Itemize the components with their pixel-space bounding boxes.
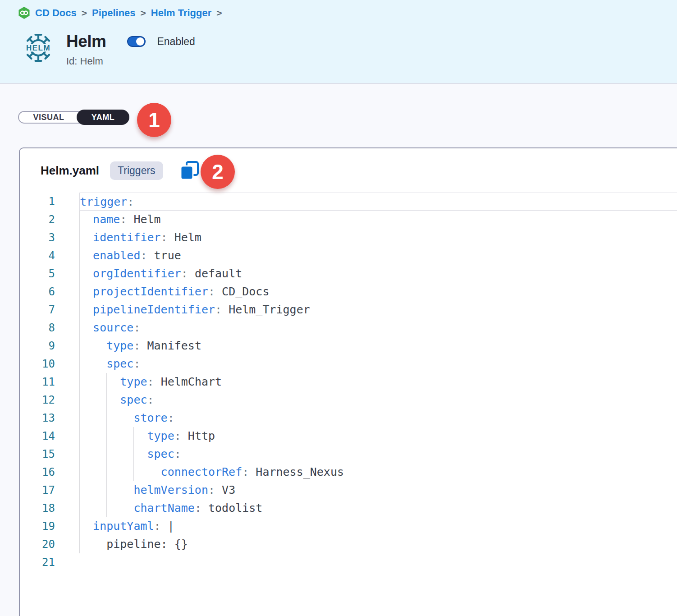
code-line-content[interactable]: [79, 553, 677, 571]
code-line-content[interactable]: connectorRef: Harness_Nexus: [79, 463, 677, 481]
breadcrumb: CD Docs > Pipelines > Helm Trigger >: [18, 0, 677, 19]
breadcrumb-separator: >: [82, 8, 87, 18]
code-line-content[interactable]: name: Helm: [79, 211, 677, 229]
line-number[interactable]: 14: [20, 427, 55, 445]
toggle-label: Enabled: [157, 36, 195, 48]
code-line-content[interactable]: orgIdentifier: default: [79, 265, 677, 283]
code-line[interactable]: 1 trigger:: [20, 193, 677, 211]
code-line[interactable]: 4 enabled: true: [20, 247, 677, 265]
code-line-content[interactable]: pipeline: {}: [79, 535, 677, 553]
code-line-content[interactable]: pipelineIdentifier: Helm_Trigger: [79, 301, 677, 319]
code-line-content[interactable]: inputYaml: |: [79, 517, 677, 535]
code-line-content[interactable]: spec:: [79, 355, 677, 373]
callout-step-2: 2: [201, 155, 235, 189]
breadcrumb-link-trigger[interactable]: Helm Trigger: [151, 7, 211, 19]
code-line[interactable]: 12 spec:: [20, 391, 677, 409]
breadcrumb-separator: >: [216, 8, 222, 18]
line-number[interactable]: 19: [20, 517, 55, 535]
code-line[interactable]: 9 type: Manifest: [20, 337, 677, 355]
breadcrumb-separator: >: [141, 8, 146, 18]
code-line[interactable]: 18 chartName: todolist: [20, 499, 677, 517]
code-line[interactable]: 14 type: Http: [20, 427, 677, 445]
line-number[interactable]: 5: [20, 265, 55, 283]
line-number[interactable]: 3: [20, 229, 55, 247]
line-number[interactable]: 12: [20, 391, 55, 409]
breadcrumb-link-pipelines[interactable]: Pipelines: [92, 7, 136, 19]
code-line[interactable]: 16 connectorRef: Harness_Nexus: [20, 463, 677, 481]
code-line-content[interactable]: identifier: Helm: [79, 229, 677, 247]
code-line-content[interactable]: helmVersion: V3: [79, 481, 677, 499]
svg-text:HELM: HELM: [26, 44, 50, 52]
page-header: CD Docs > Pipelines > Helm Trigger > HEL: [0, 0, 677, 84]
code-line[interactable]: 5 orgIdentifier: default: [20, 265, 677, 283]
code-line[interactable]: 7 pipelineIdentifier: Helm_Trigger: [20, 301, 677, 319]
view-mode-switch: VISUAL YAML: [18, 111, 129, 124]
code-line[interactable]: 8 source:: [20, 319, 677, 337]
line-number[interactable]: 9: [20, 337, 55, 355]
line-number[interactable]: 15: [20, 445, 55, 463]
code-line[interactable]: 2 name: Helm: [20, 211, 677, 229]
code-line[interactable]: 21: [20, 553, 677, 571]
code-line[interactable]: 19 inputYaml: |: [20, 517, 677, 535]
line-number[interactable]: 7: [20, 301, 55, 319]
line-number[interactable]: 20: [20, 535, 55, 553]
code-line[interactable]: 17 helmVersion: V3: [20, 481, 677, 499]
code-line[interactable]: 6 projectIdentifier: CD_Docs: [20, 283, 677, 301]
code-line[interactable]: 11 type: HelmChart: [20, 373, 677, 391]
code-line[interactable]: 15 spec:: [20, 445, 677, 463]
tab-yaml[interactable]: YAML: [77, 110, 129, 125]
code-line-content[interactable]: spec:: [79, 445, 677, 463]
line-number[interactable]: 16: [20, 463, 55, 481]
line-number[interactable]: 4: [20, 247, 55, 265]
yaml-editor[interactable]: 1 trigger: 2 name: Helm 3 identifier: He…: [20, 193, 677, 571]
line-number[interactable]: 2: [20, 211, 55, 229]
line-number[interactable]: 10: [20, 355, 55, 373]
code-line-content[interactable]: chartName: todolist: [79, 499, 677, 517]
breadcrumb-link-project[interactable]: CD Docs: [35, 7, 77, 19]
code-line[interactable]: 10 spec:: [20, 355, 677, 373]
code-line[interactable]: 20 pipeline: {}: [20, 535, 677, 553]
editor-header: Helm.yaml Triggers: [20, 148, 677, 193]
line-number[interactable]: 8: [20, 319, 55, 337]
line-number[interactable]: 17: [20, 481, 55, 499]
triggers-badge: Triggers: [110, 161, 163, 180]
enabled-toggle[interactable]: [127, 36, 146, 47]
callout-step-1: 1: [137, 103, 171, 137]
cd-module-icon: [18, 7, 30, 19]
code-line[interactable]: 13 store:: [20, 409, 677, 427]
page-title: Helm: [66, 32, 106, 51]
line-number[interactable]: 18: [20, 499, 55, 517]
trigger-id: Id: Helm: [66, 55, 195, 67]
code-line[interactable]: 3 identifier: Helm: [20, 229, 677, 247]
code-line-content[interactable]: store:: [79, 409, 677, 427]
line-number[interactable]: 6: [20, 283, 55, 301]
line-number[interactable]: 21: [20, 553, 55, 571]
trigger-header: HELM Helm Enabled Id: Helm: [18, 32, 677, 67]
line-number[interactable]: 1: [20, 193, 55, 211]
toggle-knob: [136, 37, 144, 46]
copy-icon: [179, 175, 200, 182]
yaml-editor-panel: Helm.yaml Triggers 1 trigger: 2 name: He…: [19, 147, 677, 616]
code-line-content[interactable]: type: Manifest: [79, 337, 677, 355]
line-number[interactable]: 11: [20, 373, 55, 391]
file-name: Helm.yaml: [41, 164, 99, 178]
code-line-content[interactable]: projectIdentifier: CD_Docs: [79, 283, 677, 301]
code-line-content[interactable]: source:: [79, 319, 677, 337]
tab-visual[interactable]: VISUAL: [19, 112, 78, 123]
line-number[interactable]: 13: [20, 409, 55, 427]
code-line-content[interactable]: type: HelmChart: [79, 373, 677, 391]
code-line-content[interactable]: type: Http: [79, 427, 677, 445]
code-line-content[interactable]: spec:: [79, 391, 677, 409]
helm-logo: HELM: [25, 32, 52, 64]
copy-button[interactable]: [179, 161, 200, 181]
code-line-content[interactable]: trigger:: [79, 193, 677, 211]
code-line-content[interactable]: enabled: true: [79, 247, 677, 265]
